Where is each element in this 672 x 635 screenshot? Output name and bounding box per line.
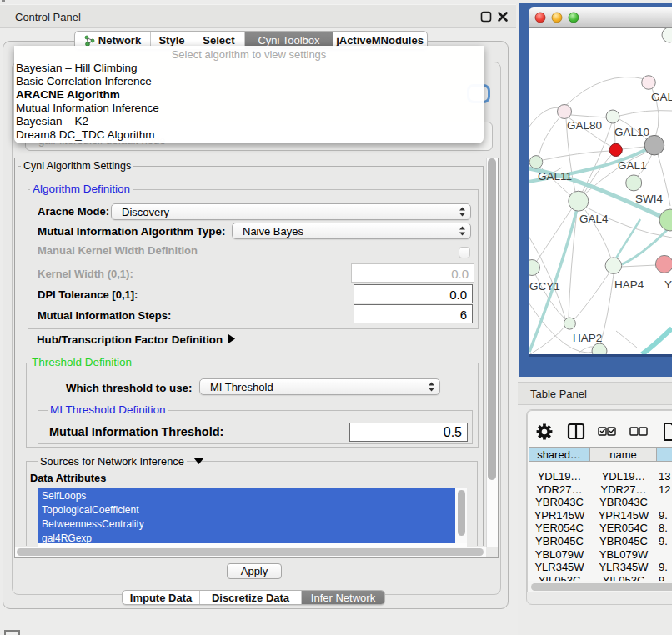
svg-text:GAL1: GAL1 xyxy=(618,159,647,172)
svg-text:GAL80: GAL80 xyxy=(567,119,602,132)
svg-text:GCY1: GCY1 xyxy=(529,280,560,292)
svg-text:GAL11: GAL11 xyxy=(538,170,572,182)
svg-text:HAP4: HAP4 xyxy=(614,278,644,291)
svg-text:HAP2: HAP2 xyxy=(573,332,602,344)
svg-text:GAL10: GAL10 xyxy=(614,126,649,138)
svg-text:GAL: GAL xyxy=(651,91,672,103)
svg-text:SWI4: SWI4 xyxy=(635,192,663,205)
svg-text:GAL4: GAL4 xyxy=(579,212,609,225)
svg-text:Y: Y xyxy=(664,278,672,291)
